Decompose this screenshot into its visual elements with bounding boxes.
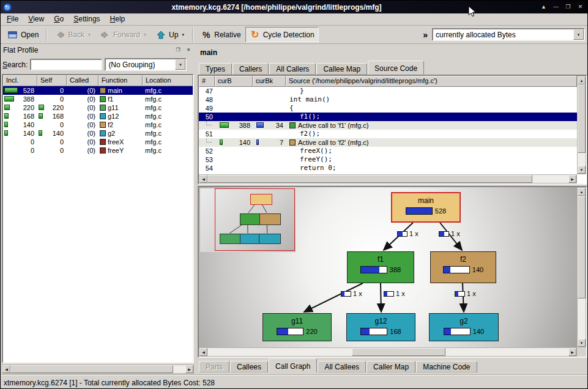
column-header-location[interactable]: Location [143, 75, 193, 86]
menu-file[interactable]: File [2, 13, 23, 25]
scroll-down-button[interactable]: ▼ [578, 339, 586, 347]
source-code-row[interactable]: 47} [199, 87, 577, 95]
graph-node-g12[interactable]: g12168 [346, 313, 415, 341]
tab-all-callers[interactable]: All Callers [269, 63, 316, 75]
scroll-up-button[interactable]: ▲ [578, 188, 586, 196]
shade-button[interactable]: ▲ [538, 2, 549, 12]
up-button[interactable]: Up ▼ [151, 27, 189, 42]
scrollbar-thumb[interactable] [578, 84, 586, 153]
cost-bar-icon [4, 130, 8, 136]
source-code-row[interactable]: 52freeX(); [199, 147, 577, 155]
flat-profile-row-freeX[interactable]: 00(0)freeXmfg.c [3, 138, 193, 146]
menu-help[interactable]: Help [105, 13, 130, 25]
graph-hscrollbar[interactable]: ◀ ▶ [199, 347, 577, 357]
source-vscrollbar[interactable]: ▲ ▼ [577, 76, 586, 174]
scrollbar-thumb[interactable] [207, 175, 532, 183]
tab-call-graph[interactable]: Call Graph [269, 358, 317, 372]
graph-node-f2[interactable]: f2140 [430, 251, 496, 283]
scroll-right-button[interactable]: ▶ [568, 175, 576, 183]
toolbar-overflow-chevron[interactable]: » [419, 30, 432, 40]
scroll-down-button[interactable]: ▼ [578, 166, 586, 174]
scrollbar-thumb[interactable] [352, 348, 445, 356]
source-call-row[interactable]: 38834Active call to 'f1' (mfg.c) [199, 121, 577, 130]
relative-toggle-button[interactable]: % Relative [196, 27, 245, 42]
flat-profile-row-f1[interactable]: 3880(0)f1mfg.c [3, 95, 193, 103]
flat-profile-hscrollbar[interactable]: ◀ ▶ [2, 365, 194, 374]
flat-profile-row-g11[interactable]: 220220(0)g11mfg.c [3, 103, 193, 112]
column-header-called[interactable]: Called [67, 75, 99, 86]
source-column-header[interactable]: curBk [253, 76, 286, 87]
scroll-right-button[interactable]: ▶ [568, 348, 576, 356]
tab-callers[interactable]: Callers [233, 63, 269, 75]
title-bar[interactable]: xtmemory.kcg.6274 [/home/philippe/valgri… [1, 1, 587, 13]
menu-view[interactable]: View [23, 13, 49, 25]
back-button[interactable]: Back ▼ [50, 27, 95, 42]
grouping-combo[interactable]: (No Grouping) ▼ [105, 58, 187, 71]
minimize-button[interactable]: — [551, 2, 561, 12]
tab-all-callees[interactable]: All Callees [318, 361, 366, 372]
combo-dropdown-arrow[interactable]: ▼ [175, 59, 185, 70]
graph-vscrollbar[interactable]: ▲ ▼ [577, 187, 586, 347]
scroll-left-button[interactable]: ◀ [199, 348, 207, 356]
scrollbar-track[interactable] [578, 196, 586, 339]
source-column-header[interactable]: Source ('/home/philippe/valgrind/littlep… [286, 76, 577, 87]
source-code-row[interactable]: 53freeY(); [199, 155, 577, 164]
back-dropdown-arrow[interactable]: ▼ [87, 33, 91, 37]
call-graph-canvas[interactable]: main528f1388f2140g11220g12168g21401 x1 x… [199, 187, 577, 347]
source-code-row[interactable]: 50f1(); [199, 113, 577, 121]
tab-caller-map[interactable]: Caller Map [367, 361, 415, 372]
scrollbar-thumb[interactable] [578, 196, 586, 298]
up-dropdown-arrow[interactable]: ▼ [181, 33, 185, 37]
tab-callees[interactable]: Callees [230, 361, 268, 372]
source-hscrollbar[interactable]: ◀ ▶ [199, 174, 577, 183]
scrollbar-track[interactable] [10, 365, 185, 373]
minimap-viewport-rect[interactable] [215, 188, 295, 251]
scrollbar-thumb[interactable] [10, 365, 173, 373]
flat-profile-row-g12[interactable]: 168168(0)g12mfg.c [3, 112, 193, 120]
tab-machine-code[interactable]: Machine Code [416, 361, 477, 372]
column-header-self[interactable]: Self [37, 75, 67, 86]
cycle-detection-toggle-button[interactable]: ↻ Cycle Detection [245, 27, 319, 42]
flat-profile-row-g2[interactable]: 140140(0)g2mfg.c [3, 129, 193, 138]
graph-node-main[interactable]: main528 [391, 192, 461, 223]
maximize-button[interactable]: ❐ [563, 2, 573, 12]
column-header-incl[interactable]: Incl. [3, 75, 37, 86]
graph-node-f1[interactable]: f1388 [347, 251, 414, 283]
open-button[interactable]: Open [3, 27, 43, 42]
source-code-row[interactable]: 54return 0; [199, 164, 577, 172]
flat-profile-row-main[interactable]: 5280(0)mainmfg.c [3, 86, 193, 95]
source-column-header[interactable]: # [199, 76, 215, 87]
scrollbar-track[interactable] [207, 175, 568, 183]
search-input[interactable] [30, 59, 102, 70]
forward-dropdown-arrow[interactable]: ▼ [143, 33, 147, 37]
graph-node-g11[interactable]: g11220 [262, 313, 332, 341]
flat-profile-row-freeY[interactable]: 00(0)freeYmfg.c [3, 146, 193, 155]
forward-button[interactable]: Forward ▼ [95, 27, 151, 42]
source-call-row[interactable]: 1407Active call to 'f2' (mfg.c) [199, 138, 577, 147]
scroll-left-button[interactable]: ◀ [199, 175, 207, 183]
column-header-function[interactable]: Function [99, 75, 143, 86]
dock-title-bar[interactable]: Flat Profile ❐ ✕ [1, 44, 195, 56]
scroll-right-button[interactable]: ▶ [185, 365, 193, 373]
tab-callee-map[interactable]: Callee Map [316, 63, 367, 75]
source-code-row[interactable]: 48int main() [199, 95, 577, 104]
graph-overview-minimap[interactable] [200, 188, 296, 252]
dock-float-button[interactable]: ❐ [174, 46, 182, 54]
menu-settings[interactable]: Settings [69, 13, 105, 25]
scrollbar-track[interactable] [207, 348, 568, 356]
flat-profile-row-f2[interactable]: 1400(0)f2mfg.c [3, 120, 193, 129]
source-code-row[interactable]: 51f2(); [199, 130, 577, 138]
event-type-combo[interactable]: currently allocated Bytes ▼ [432, 28, 585, 41]
menu-go[interactable]: Go [49, 13, 69, 25]
source-code-row[interactable]: 49{ [199, 104, 577, 113]
combo-dropdown-arrow[interactable]: ▼ [573, 29, 584, 40]
dock-close-button[interactable]: ✕ [184, 46, 193, 54]
scroll-up-button[interactable]: ▲ [578, 76, 586, 84]
tab-source-code[interactable]: Source Code [368, 61, 424, 75]
scroll-left-button[interactable]: ◀ [2, 365, 10, 373]
scrollbar-track[interactable] [578, 84, 586, 166]
source-column-header[interactable]: curB [215, 76, 253, 87]
graph-node-g2[interactable]: g2140 [429, 313, 499, 341]
tab-types[interactable]: Types [199, 63, 232, 75]
close-button[interactable]: ✕ [575, 2, 586, 12]
